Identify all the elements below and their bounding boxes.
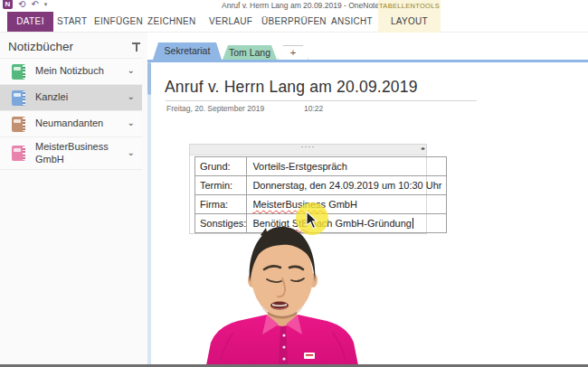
ribbon-tab-zeichnen[interactable]: ZEICHNEN	[147, 12, 196, 32]
ribbon-tab-row: DATEI START EINFÜGEN ZEICHNEN VERLAUF ÜB…	[0, 11, 588, 33]
notebook-label: MeisterBusiness GmbH	[35, 141, 111, 166]
ribbon-tab-verlauf[interactable]: VERLAUF	[209, 12, 252, 32]
ribbon-tab-datei[interactable]: DATEI	[7, 12, 53, 32]
section-tab-sekretariat[interactable]: Sekretariat	[153, 42, 222, 60]
resize-icon[interactable]: ◂▸	[421, 145, 424, 151]
notebook-item-meisterbusiness[interactable]: MeisterBusiness GmbH ⌄	[0, 137, 142, 170]
webcam-presenter	[181, 224, 384, 365]
table-row: Grund: Vorteils-Erstgespräch	[195, 157, 447, 176]
notebook-icon	[12, 64, 25, 80]
table-tools-label: TABELLENTOOLS	[378, 0, 441, 11]
notebook-icon	[12, 146, 25, 161]
row-label-cell[interactable]: Termin:	[195, 176, 247, 195]
notebook-item-mein-notizbuch[interactable]: Mein Notizbuch ⌄	[0, 59, 142, 85]
pin-icon[interactable]	[132, 42, 140, 52]
chevron-down-icon[interactable]: ⌄	[128, 147, 135, 157]
drag-handle-icon: ····	[190, 142, 426, 151]
ribbon-tab-layout[interactable]: LAYOUT	[378, 11, 441, 33]
notebook-icon	[12, 90, 25, 106]
ribbon-tab-einfuegen[interactable]: EINFÜGEN	[94, 12, 143, 32]
ribbon-tab-ueberpruefen[interactable]: ÜBERPRÜFEN	[261, 12, 327, 32]
section-color-bar	[147, 60, 588, 62]
page-date: Freitag, 20. September 2019	[166, 104, 264, 113]
customize-quick-access-icon[interactable]: ▾	[44, 0, 48, 9]
chevron-down-icon[interactable]: ⌄	[128, 118, 135, 127]
scrollbar-rail[interactable]	[147, 62, 151, 365]
chevron-down-icon[interactable]: ⌄	[128, 65, 135, 75]
ribbon-tab-ansicht[interactable]: ANSICHT	[331, 12, 373, 32]
notebook-icon	[12, 117, 25, 132]
onenote-window: N ⟲ ↶ ▾ Anruf v. Herrn Lang am 20.09.201…	[0, 0, 588, 367]
notebook-label: Neumandanten	[35, 118, 111, 130]
chevron-down-icon[interactable]: ⌄	[128, 91, 135, 101]
row-label-cell[interactable]: Grund:	[195, 157, 247, 176]
section-tab-tom-lang[interactable]: Tom Lang	[223, 45, 277, 60]
row-value-cell[interactable]: Donnerstag, den 24.09.2019 um 10:30 Uhr	[247, 176, 446, 195]
mouse-cursor-icon	[306, 211, 318, 230]
title-bar: N ⟲ ↶ ▾ Anruf v. Herrn Lang am 20.09.201…	[0, 0, 588, 11]
window-title: Anruf v. Herrn Lang am 20.09.2019 - OneN…	[222, 1, 366, 10]
add-section-tab[interactable]: +	[278, 45, 308, 60]
page-time: 10:22	[304, 104, 323, 113]
quick-access-toolbar: N ⟲ ↶ ▾	[3, 0, 47, 9]
notebook-item-neumandanten[interactable]: Neumandanten ⌄	[0, 111, 142, 137]
page-title-rule	[166, 100, 477, 101]
notebook-label: Kanzlei	[35, 91, 111, 104]
notebook-item-kanzlei[interactable]: Kanzlei ⌄	[0, 85, 142, 111]
table-row: Termin: Donnerstag, den 24.09.2019 um 10…	[195, 176, 447, 195]
back-icon[interactable]: ⟲	[18, 0, 25, 9]
undo-icon[interactable]: ↶	[31, 0, 38, 9]
onenote-app-icon[interactable]: N	[3, 0, 13, 9]
text-caret	[413, 218, 413, 229]
note-container-handle[interactable]: ···· ◂▸	[190, 145, 426, 155]
notebook-label: Mein Notizbuch	[35, 65, 111, 78]
notebooks-pane: Notizbücher Mein Notizbuch ⌄ Kanzlei ⌄ N…	[0, 33, 147, 365]
ribbon-tab-start[interactable]: START	[57, 12, 87, 32]
row-label-cell[interactable]: Firma:	[195, 195, 247, 214]
notebook-list: Mein Notizbuch ⌄ Kanzlei ⌄ Neumandanten …	[0, 58, 142, 170]
row-value-cell[interactable]: Vorteils-Erstgespräch	[247, 157, 446, 176]
scrollbar-thumb[interactable]	[147, 62, 151, 95]
row-value-cell[interactable]: MeisterBusiness GmbH	[247, 195, 446, 214]
notebooks-pane-title: Notizbücher	[8, 40, 73, 53]
page-title[interactable]: Anruf v. Herrn Lang am 20.09.2019	[165, 78, 418, 97]
